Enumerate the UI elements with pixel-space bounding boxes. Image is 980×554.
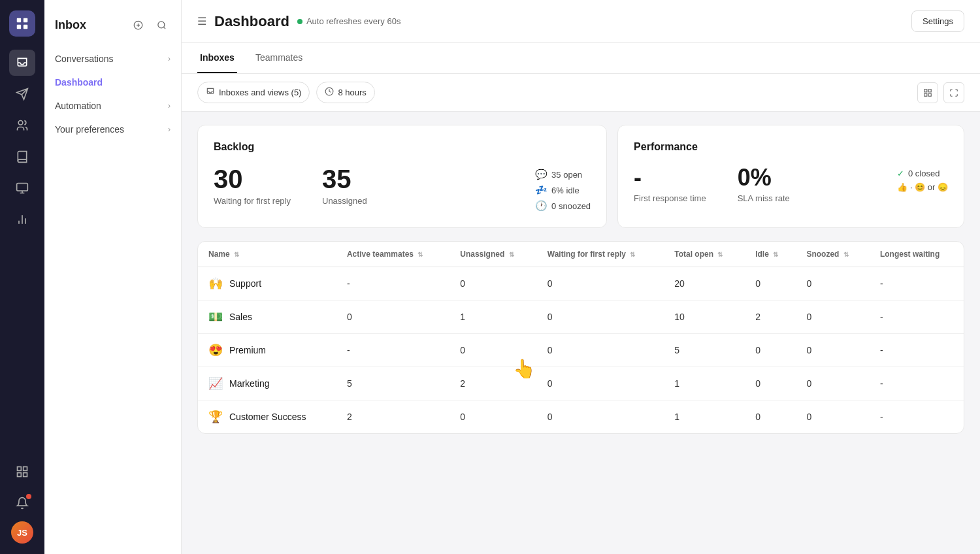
performance-stats: - First response time 0% SLA miss rate ✓… [634,166,948,203]
compose-button[interactable] [129,16,147,34]
svg-rect-15 [924,89,927,91]
col-total-open[interactable]: Total open ⇅ [664,242,745,267]
cell-unassigned: 2 [449,367,537,400]
col-longest-waiting[interactable]: Longest waiting [870,242,964,267]
cell-total-open: 10 [664,301,745,334]
settings-button[interactable]: Settings [911,10,964,32]
sidebar: Inbox Conversations › Dashboard Automati… [44,0,182,554]
sort-icon-unassigned: ⇅ [509,251,514,258]
svg-rect-1 [24,18,27,22]
table-row[interactable]: 💵 Sales 0 1 0 10 2 0 - [198,301,964,334]
cell-name: 🙌 Support [198,267,336,301]
cell-waiting: 0 [537,267,664,301]
backlog-snoozed-text: 0 snoozed [551,201,591,211]
notification-icon[interactable] [9,490,35,516]
monitor-icon[interactable] [9,175,35,201]
performance-card: Performance - First response time 0% SLA… [617,125,964,228]
hours-filter-button[interactable]: 8 hours [316,82,374,103]
sidebar-title: Inbox [55,18,86,32]
knowledge-icon[interactable] [9,144,35,170]
cell-idle: 0 [745,367,796,400]
svg-rect-7 [24,467,27,471]
apps-icon[interactable] [9,459,35,485]
svg-rect-16 [928,89,931,91]
backlog-waiting-stat: 30 Waiting for first reply [214,166,291,206]
main-content: ☰ Dashboard Auto refreshes every 60s Set… [182,0,980,554]
avatar[interactable]: JS [11,521,33,544]
tab-teammates[interactable]: Teammates [253,43,305,73]
thumbs-up-icon: 👍 [897,182,907,192]
app-logo[interactable] [9,10,35,37]
backlog-unassigned-number: 35 [322,166,367,192]
cell-total-open: 20 [664,267,745,301]
backlog-title: Backlog [214,141,591,153]
cell-idle: 0 [745,400,796,434]
table-row[interactable]: 📈 Marketing 5 2 0 1 0 0 - [198,367,964,400]
inbox-icon[interactable] [9,50,35,76]
backlog-open-text: 35 open [551,170,582,180]
table-header-row: Name ⇅ Active teammates ⇅ Unassigned ⇅ [198,242,964,267]
sort-icon-name: ⇅ [234,251,239,258]
chevron-right-icon: › [168,54,171,63]
col-snoozed[interactable]: Snoozed ⇅ [796,242,870,267]
filters-bar: Inboxes and views (5) 8 hours [182,74,980,112]
team-icon[interactable] [9,112,35,138]
table-row[interactable]: 🙌 Support - 0 0 20 0 0 - [198,267,964,301]
col-idle[interactable]: Idle ⇅ [745,242,796,267]
search-button[interactable] [152,16,171,34]
cell-longest-waiting: - [870,367,964,400]
cell-waiting: 0 [537,367,664,400]
sidebar-item-preferences[interactable]: Your preferences › [44,118,181,141]
inbox-table: Name ⇅ Active teammates ⇅ Unassigned ⇅ [197,241,964,434]
inbox-name-text: Support [229,278,261,289]
cell-unassigned: 0 [449,400,537,434]
chart-icon[interactable] [9,206,35,233]
send-icon[interactable] [9,81,35,107]
tab-inboxes[interactable]: Inboxes [197,43,237,73]
col-active-teammates[interactable]: Active teammates ⇅ [336,242,449,267]
cell-total-open: 5 [664,334,745,367]
col-waiting[interactable]: Waiting for first reply ⇅ [537,242,664,267]
cell-snoozed: 0 [796,367,870,400]
perf-response-number: - [634,166,706,189]
inbox-emoji: 😍 [208,343,223,357]
table-row[interactable]: 😍 Premium - 0 0 5 0 0 - [198,334,964,367]
sidebar-item-preferences-label: Your preferences [55,124,124,135]
snoozed-icon: 🕐 [535,200,547,212]
col-unassigned[interactable]: Unassigned ⇅ [449,242,537,267]
grid-view-button[interactable] [917,82,938,103]
sidebar-item-dashboard[interactable]: Dashboard [44,71,181,94]
cell-active-teammates: 2 [336,400,449,434]
inboxes-filter-label: Inboxes and views (5) [219,88,301,97]
chat-icon: 💬 [535,169,547,180]
inbox-name-text: Sales [229,312,252,322]
cell-active-teammates: 0 [336,301,449,334]
table-row[interactable]: 🏆 Customer Success 2 0 0 1 0 0 - [198,400,964,434]
cell-snoozed: 0 [796,267,870,301]
topbar-left: ☰ Dashboard Auto refreshes every 60s [197,13,400,30]
chevron-right-icon-2: › [168,101,171,110]
inboxes-filter-button[interactable]: Inboxes and views (5) [197,82,310,103]
chevron-right-icon-3: › [168,125,171,134]
perf-closed: ✓ 0 closed [897,169,948,178]
perf-sla-number: 0% [738,166,790,189]
sidebar-actions [129,16,171,34]
sort-icon-waiting: ⇅ [630,251,635,258]
expand-view-button[interactable] [943,82,964,103]
sidebar-item-dashboard-label: Dashboard [55,77,103,88]
col-name[interactable]: Name ⇅ [198,242,336,267]
sidebar-item-automation[interactable]: Automation › [44,94,181,118]
sidebar-item-conversations[interactable]: Conversations › [44,47,181,71]
cell-active-teammates: - [336,267,449,301]
cell-unassigned: 1 [449,301,537,334]
page-title: Dashboard [214,13,289,30]
svg-rect-18 [928,93,931,96]
svg-rect-17 [924,93,927,96]
perf-closed-stat: ✓ 0 closed 👍 · 😊 or 😞 [897,166,948,192]
perf-closed-text: 0 closed [908,169,939,178]
perf-sla-label: SLA miss rate [738,193,790,203]
sort-icon-total: ⇅ [717,251,723,258]
inbox-filter-icon [206,87,215,98]
menu-icon[interactable]: ☰ [197,15,206,27]
sidebar-nav: Conversations › Dashboard Automation › Y… [44,44,181,144]
